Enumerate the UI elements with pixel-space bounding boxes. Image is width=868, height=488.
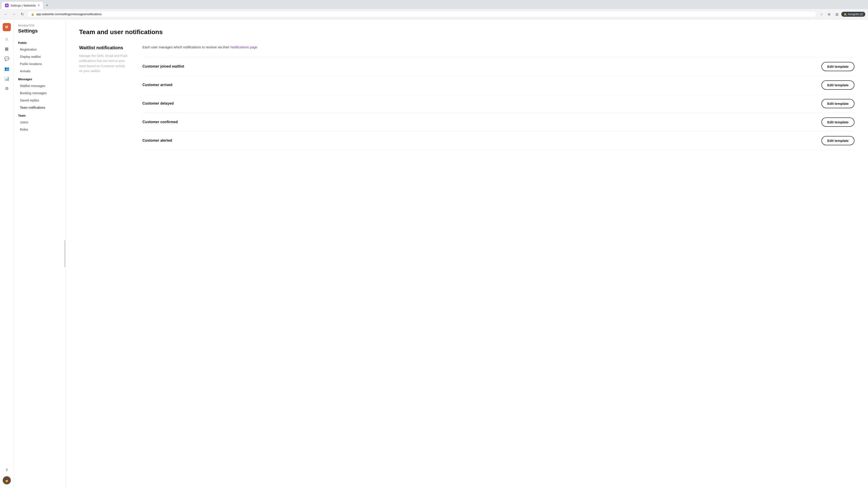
- sidebar-breadcrumb: Moodjoy7434: [18, 24, 61, 27]
- info-text: Each user manages which notifications to…: [143, 45, 855, 50]
- lock-icon: 🔒: [31, 13, 34, 16]
- active-tab[interactable]: M Settings | Waitwhile ×: [2, 2, 43, 9]
- chat-icon[interactable]: 💬: [3, 55, 11, 63]
- sidebar-item-registration[interactable]: Registration: [16, 46, 64, 53]
- notification-row-3: Customer confirmed Edit template: [143, 113, 855, 131]
- tab-title: Settings | Waitwhile: [10, 4, 36, 7]
- notification-section: Waitlist notifications Manage the SMS, E…: [79, 45, 855, 150]
- calendar-icon[interactable]: ▦: [3, 45, 11, 53]
- tab-close-button[interactable]: ×: [38, 4, 40, 7]
- notification-label-4: Customer alerted: [143, 138, 172, 142]
- sidebar-item-booking-messages[interactable]: Booking messages: [16, 90, 64, 97]
- url-text: app.waitwhile.com/settings/messages/noti…: [36, 12, 102, 16]
- notification-label-3: Customer confirmed: [143, 120, 178, 124]
- refresh-button[interactable]: ↻: [19, 11, 25, 18]
- browser-toolbar: ← → ↻ 🔒 app.waitwhile.com/settings/messa…: [0, 9, 868, 19]
- tab-favicon: M: [5, 4, 8, 7]
- page-title: Team and user notifications: [79, 29, 855, 36]
- sidebar-scrollbar[interactable]: [64, 240, 65, 267]
- notification-label-2: Customer delayed: [143, 101, 174, 105]
- notification-row-4: Customer alerted Edit template: [143, 131, 855, 150]
- sidebar-item-arrivals[interactable]: Arrivals: [16, 68, 64, 75]
- edit-template-button-0[interactable]: Edit template: [822, 62, 855, 71]
- section-body-text: Manage the SMS, Email and Push notificat…: [79, 53, 129, 74]
- edit-template-button-1[interactable]: Edit template: [822, 80, 855, 90]
- sidebar: Moodjoy7434 Settings Public Registration…: [13, 20, 66, 488]
- extensions-button[interactable]: ⊞: [826, 11, 832, 18]
- back-button[interactable]: ←: [3, 11, 9, 18]
- sidebar-item-display-waitlist[interactable]: Display waitlist: [16, 53, 64, 60]
- address-bar[interactable]: 🔒 app.waitwhile.com/settings/messages/no…: [27, 11, 816, 18]
- section-title: Waitlist notifications: [79, 45, 129, 51]
- notifications-page-link[interactable]: Notifications page: [230, 45, 257, 49]
- notification-label-1: Customer arrived: [143, 83, 173, 87]
- notification-label-0: Customer joined waitlist: [143, 64, 184, 68]
- sidebar-item-waitlist-messages[interactable]: Waitlist messages: [16, 82, 64, 90]
- sidebar-section-public: Public: [13, 38, 65, 46]
- browser-tab-bar: M Settings | Waitwhile × +: [0, 0, 868, 9]
- sidebar-title: Settings: [18, 28, 61, 34]
- edit-template-button-3[interactable]: Edit template: [822, 118, 855, 127]
- app-container: M ⌂ ▦ 💬 👥 📊 ⚙ ? 🧑 Moodjoy7434 Settings P…: [0, 20, 868, 488]
- incognito-button[interactable]: 🕵 Incognito (2): [841, 12, 865, 17]
- forward-button[interactable]: →: [11, 11, 17, 18]
- star-button[interactable]: ☆: [818, 11, 825, 18]
- edit-template-button-2[interactable]: Edit template: [822, 99, 855, 108]
- sidebar-item-users[interactable]: Users: [16, 119, 64, 126]
- main-content: Team and user notifications Waitlist not…: [66, 20, 868, 488]
- chart-icon[interactable]: 📊: [3, 74, 11, 83]
- user-avatar[interactable]: 🧑: [3, 476, 11, 484]
- sidebar-section-messages: Messages: [13, 75, 65, 82]
- sidebar-section-team: Team: [13, 111, 65, 119]
- help-icon[interactable]: ?: [3, 466, 11, 475]
- new-tab-button[interactable]: +: [44, 2, 50, 8]
- edit-template-button-4[interactable]: Edit template: [822, 136, 855, 145]
- incognito-label: Incognito (2): [848, 13, 863, 16]
- sidebar-item-public-locations[interactable]: Public locations: [16, 60, 64, 68]
- rail-bottom: ? 🧑: [3, 466, 11, 484]
- toolbar-actions: ☆ ⊞ ▥ 🕵 Incognito (2): [818, 11, 865, 18]
- sidebar-item-roles[interactable]: Roles: [16, 126, 64, 133]
- incognito-icon: 🕵: [844, 13, 847, 16]
- section-description: Waitlist notifications Manage the SMS, E…: [79, 45, 129, 150]
- notification-row-0: Customer joined waitlist Edit template: [143, 57, 855, 76]
- info-text-content: Each user manages which notifications to…: [143, 45, 230, 49]
- notification-row-2: Customer delayed Edit template: [143, 94, 855, 113]
- icon-rail: M ⌂ ▦ 💬 👥 📊 ⚙ ? 🧑: [0, 20, 13, 488]
- home-icon[interactable]: ⌂: [3, 35, 11, 43]
- sidebar-item-team-notifications[interactable]: Team notifications: [16, 104, 64, 111]
- sidebar-button[interactable]: ▥: [834, 11, 840, 18]
- section-content: Each user manages which notifications to…: [143, 45, 855, 150]
- browser-chrome: M Settings | Waitwhile × + ← → ↻ 🔒 app.w…: [0, 0, 868, 20]
- rail-avatar[interactable]: M: [3, 23, 11, 31]
- notification-row-1: Customer arrived Edit template: [143, 76, 855, 94]
- sidebar-header: Moodjoy7434 Settings: [13, 24, 65, 38]
- settings-icon[interactable]: ⚙: [3, 85, 11, 93]
- users-icon[interactable]: 👥: [3, 65, 11, 73]
- sidebar-item-saved-replies[interactable]: Saved replies: [16, 97, 64, 104]
